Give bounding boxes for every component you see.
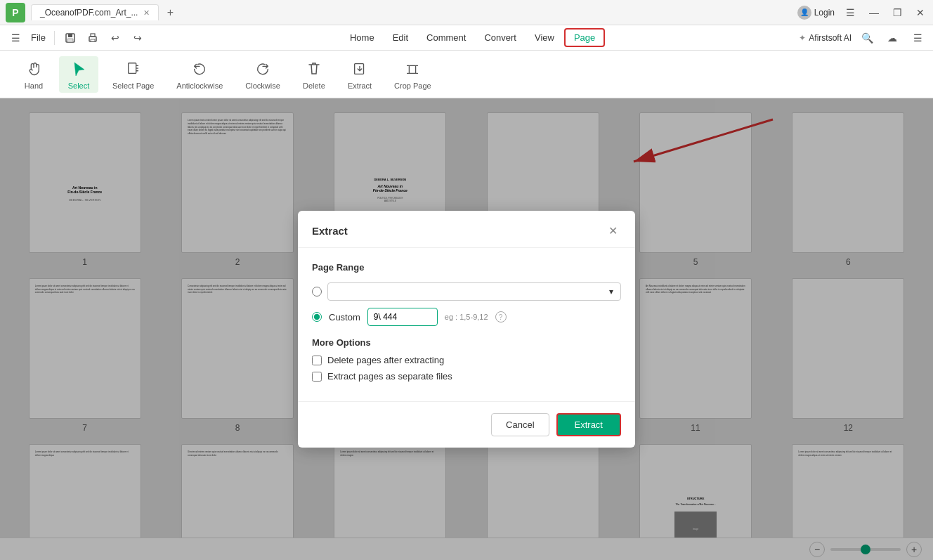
modal-header: Extract ✕: [298, 211, 635, 248]
menu-home[interactable]: Home: [341, 30, 383, 46]
main-content: Art Nouveau inFin-de-Siècle France DEBOR…: [0, 98, 933, 560]
print-icon[interactable]: [83, 28, 103, 48]
menu-right: ✦ Afirstsoft AI 🔍 ☁ ☰: [799, 28, 927, 48]
anticlockwise-label: Anticlockwise: [176, 82, 223, 90]
redo-icon[interactable]: ↪: [128, 28, 148, 48]
delete-icon: [304, 59, 324, 79]
menu-more-icon[interactable]: ☰: [908, 28, 927, 48]
hand-button[interactable]: Hand: [14, 56, 53, 93]
custom-label: Custom: [329, 312, 360, 323]
select-page-button[interactable]: Select Page: [104, 56, 162, 93]
undo-icon[interactable]: ↩: [105, 28, 125, 48]
file-menu-item[interactable]: File: [28, 32, 48, 43]
hand-icon: [24, 59, 44, 79]
menu-divider-1: [54, 31, 55, 45]
extract-modal: Extract ✕ Page Range ▾ Custom: [298, 211, 635, 448]
modal-close-button[interactable]: ✕: [604, 222, 621, 239]
modal-footer: Cancel Extract: [298, 401, 635, 448]
hamburger-menu[interactable]: ☰: [6, 28, 25, 48]
crop-page-button[interactable]: Crop Page: [386, 56, 440, 93]
ai-star-icon: ✦: [799, 33, 806, 43]
cancel-button[interactable]: Cancel: [491, 413, 549, 436]
custom-hint: eg : 1,5-9,12: [445, 313, 488, 321]
extract-label: Extract: [348, 82, 372, 90]
tab-title: _OceanofPDF.com_Art_...: [40, 8, 138, 18]
range-custom-radio[interactable]: [312, 312, 322, 322]
delete-button[interactable]: Delete: [294, 56, 334, 93]
maximize-button[interactable]: ❐: [890, 6, 905, 20]
range-custom-row: Custom eg : 1,5-9,12 ?: [312, 308, 621, 326]
dropdown-chevron-icon: ▾: [609, 287, 613, 297]
svg-rect-8: [410, 65, 416, 73]
new-tab-button[interactable]: +: [162, 4, 178, 21]
menu-edit[interactable]: Edit: [384, 30, 417, 46]
select-page-label: Select Page: [112, 82, 154, 90]
menu-items: Home Edit Comment Convert View Page: [150, 28, 796, 47]
ai-button[interactable]: ✦ Afirstsoft AI: [799, 33, 852, 43]
ai-label: Afirstsoft AI: [809, 33, 852, 43]
user-login[interactable]: 👤 Login: [797, 6, 835, 20]
select-button[interactable]: Select: [59, 56, 98, 93]
hamburger-win-icon[interactable]: ☰: [843, 6, 858, 20]
separate-files-label: Extract pages as separate files: [327, 371, 452, 382]
app-logo: P: [6, 3, 25, 22]
menu-convert[interactable]: Convert: [476, 30, 525, 46]
custom-input[interactable]: [367, 308, 438, 326]
extract-button[interactable]: Extract: [339, 56, 380, 93]
cloud-icon[interactable]: ☁: [882, 28, 902, 48]
anticlockwise-button[interactable]: Anticlockwise: [168, 56, 231, 93]
tab-active[interactable]: _OceanofPDF.com_Art_... ✕: [31, 4, 159, 20]
delete-after-checkbox[interactable]: [312, 356, 322, 365]
close-window-button[interactable]: ✕: [913, 6, 927, 20]
anticlockwise-icon: [190, 59, 209, 79]
modal-body: Page Range ▾ Custom eg : 1,5-9,12 ?: [298, 248, 635, 401]
modal-title: Extract: [312, 225, 348, 237]
range-dropdown-row: ▾: [312, 282, 621, 301]
more-options-label: More Options: [312, 337, 621, 348]
delete-after-row: Delete pages after extracting: [312, 355, 621, 365]
select-icon: [69, 59, 89, 79]
delete-label: Delete: [303, 82, 325, 90]
clockwise-label: Clockwise: [245, 82, 280, 90]
separate-files-row: Extract pages as separate files: [312, 371, 621, 382]
clockwise-icon: [253, 59, 273, 79]
separate-files-checkbox[interactable]: [312, 372, 322, 382]
menu-bar: ☰ File ↩ ↪ Home Edit Comment Convert Vie…: [0, 25, 933, 51]
delete-after-label: Delete pages after extracting: [327, 355, 444, 365]
crop-page-label: Crop Page: [394, 82, 431, 90]
svg-rect-4: [91, 34, 95, 37]
hand-label: Hand: [25, 82, 43, 90]
search-icon[interactable]: 🔍: [857, 28, 877, 48]
svg-rect-2: [67, 39, 73, 42]
user-icon: 👤: [797, 6, 811, 20]
menu-page[interactable]: Page: [564, 28, 605, 47]
select-label: Select: [68, 82, 90, 90]
save-icon[interactable]: [60, 28, 80, 48]
menu-view[interactable]: View: [526, 30, 563, 46]
extract-confirm-button[interactable]: Extract: [556, 413, 621, 436]
menu-comment[interactable]: Comment: [418, 30, 474, 46]
title-bar-controls: 👤 Login ☰ — ❐ ✕: [797, 6, 927, 20]
modal-overlay: Extract ✕ Page Range ▾ Custom: [0, 98, 933, 560]
hint-icon[interactable]: ?: [495, 311, 507, 323]
select-page-icon: [124, 59, 143, 79]
clockwise-button[interactable]: Clockwise: [237, 56, 289, 93]
svg-rect-6: [128, 63, 136, 73]
svg-rect-7: [355, 63, 364, 74]
toolbar: Hand Select Select Page Anticlockwise Cl…: [0, 51, 933, 98]
tab-close[interactable]: ✕: [143, 8, 150, 18]
svg-rect-1: [68, 34, 72, 37]
title-bar: P _OceanofPDF.com_Art_... ✕ + 👤 Login ☰ …: [0, 0, 933, 25]
svg-rect-5: [91, 39, 95, 41]
crop-page-icon: [403, 59, 422, 79]
range-dropdown-radio[interactable]: [312, 287, 322, 297]
minimize-button[interactable]: —: [866, 6, 882, 20]
page-range-label: Page Range: [312, 262, 621, 273]
range-dropdown[interactable]: ▾: [327, 282, 621, 301]
extract-icon: [350, 59, 370, 79]
login-label: Login: [814, 8, 835, 18]
